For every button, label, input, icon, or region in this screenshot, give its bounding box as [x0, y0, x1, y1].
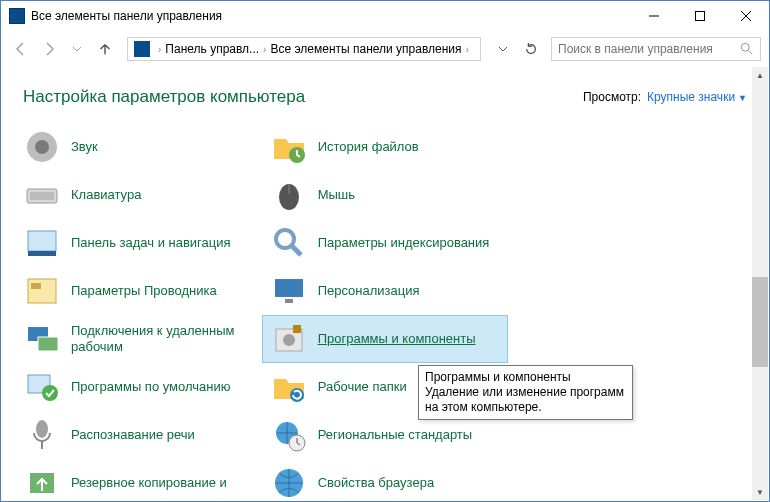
svg-rect-19: [275, 279, 303, 297]
titlebar: Все элементы панели управления: [1, 1, 769, 31]
svg-point-24: [283, 334, 295, 346]
globe-icon: [268, 462, 310, 502]
svg-rect-22: [38, 337, 58, 351]
svg-point-7: [35, 140, 49, 154]
header-row: Настройка параметров компьютера Просмотр…: [1, 67, 769, 113]
content-area: Звук История файлов Клавиатура Мышь Пане…: [1, 113, 769, 502]
minimize-button[interactable]: [631, 1, 677, 31]
chevron-right-icon: ›: [154, 44, 165, 55]
tooltip-title: Программы и компоненты: [425, 370, 626, 385]
search-input[interactable]: [558, 42, 740, 56]
backup-icon: [21, 462, 63, 502]
svg-line-16: [291, 245, 301, 255]
app-icon: [9, 8, 25, 24]
svg-rect-10: [30, 192, 54, 200]
cp-item-rdp[interactable]: Подключения к удаленным рабочим: [15, 315, 262, 363]
vertical-scrollbar[interactable]: ▲ ▼: [752, 67, 768, 500]
cp-item-internet-options[interactable]: Свойства браузера: [262, 459, 509, 502]
svg-rect-20: [285, 299, 293, 303]
search-icon: [740, 42, 754, 56]
cp-item-default-programs[interactable]: Программы по умолчанию: [15, 363, 262, 411]
page-title: Настройка параметров компьютера: [23, 87, 583, 107]
svg-point-4: [741, 43, 749, 51]
forward-button[interactable]: [37, 37, 61, 61]
cp-item-keyboard[interactable]: Клавиатура: [15, 171, 262, 219]
remote-desktop-icon: [21, 318, 63, 360]
cp-item-taskbar[interactable]: Панель задач и навигация: [15, 219, 262, 267]
search-box[interactable]: [551, 37, 761, 61]
programs-box-icon: [268, 318, 310, 360]
back-button[interactable]: [9, 37, 33, 61]
keyboard-icon: [21, 174, 63, 216]
tooltip-body: Удаление или изменение программ на этом …: [425, 385, 626, 415]
chevron-right-icon: ›: [462, 44, 473, 55]
chevron-right-icon: ›: [259, 44, 270, 55]
cp-item-personalization[interactable]: Персонализация: [262, 267, 509, 315]
sync-folder-icon: [268, 366, 310, 408]
refresh-button[interactable]: [519, 37, 543, 61]
folder-clock-icon: [268, 126, 310, 168]
globe-clock-icon: [268, 414, 310, 456]
maximize-button[interactable]: [677, 1, 723, 31]
cp-item-programs-features[interactable]: Программы и компоненты: [262, 315, 509, 363]
view-dropdown[interactable]: Крупные значки▼: [647, 90, 747, 104]
svg-rect-13: [28, 231, 56, 251]
svg-rect-18: [31, 283, 41, 289]
view-label: Просмотр:: [583, 90, 641, 104]
svg-point-29: [36, 420, 48, 438]
folder-options-icon: [21, 270, 63, 312]
tooltip: Программы и компоненты Удаление или изме…: [418, 365, 633, 420]
control-panel-icon: [134, 41, 150, 57]
speaker-icon: [21, 126, 63, 168]
taskbar-icon: [21, 222, 63, 264]
window-title: Все элементы панели управления: [31, 9, 631, 23]
svg-rect-1: [696, 12, 705, 21]
cp-item-explorer-options[interactable]: Параметры Проводника: [15, 267, 262, 315]
svg-rect-25: [293, 325, 301, 333]
svg-rect-17: [28, 279, 56, 303]
cp-item-indexing[interactable]: Параметры индексирования: [262, 219, 509, 267]
breadcrumb-dropdown[interactable]: [491, 37, 515, 61]
svg-point-27: [42, 385, 58, 401]
default-programs-icon: [21, 366, 63, 408]
breadcrumb[interactable]: › Панель управл... › Все элементы панели…: [127, 37, 481, 61]
up-button[interactable]: [93, 37, 117, 61]
monitor-icon: [268, 270, 310, 312]
scroll-thumb[interactable]: [752, 277, 768, 367]
cp-item-sound[interactable]: Звук: [15, 123, 262, 171]
svg-line-5: [749, 51, 753, 55]
recent-button[interactable]: [65, 37, 89, 61]
cp-item-file-history[interactable]: История файлов: [262, 123, 509, 171]
cp-item-speech[interactable]: Распознавание речи: [15, 411, 262, 459]
scroll-down-button[interactable]: ▼: [752, 484, 768, 500]
cp-item-backup[interactable]: Резервное копирование и: [15, 459, 262, 502]
chevron-down-icon: ▼: [738, 93, 747, 103]
breadcrumb-segment[interactable]: Все элементы панели управления: [270, 42, 461, 56]
toolbar: › Панель управл... › Все элементы панели…: [1, 31, 769, 67]
close-button[interactable]: [723, 1, 769, 31]
microphone-icon: [21, 414, 63, 456]
search-index-icon: [268, 222, 310, 264]
mouse-icon: [268, 174, 310, 216]
scroll-up-button[interactable]: ▲: [752, 67, 768, 83]
cp-item-mouse[interactable]: Мышь: [262, 171, 509, 219]
breadcrumb-segment[interactable]: Панель управл...: [165, 42, 259, 56]
svg-rect-14: [28, 251, 56, 256]
